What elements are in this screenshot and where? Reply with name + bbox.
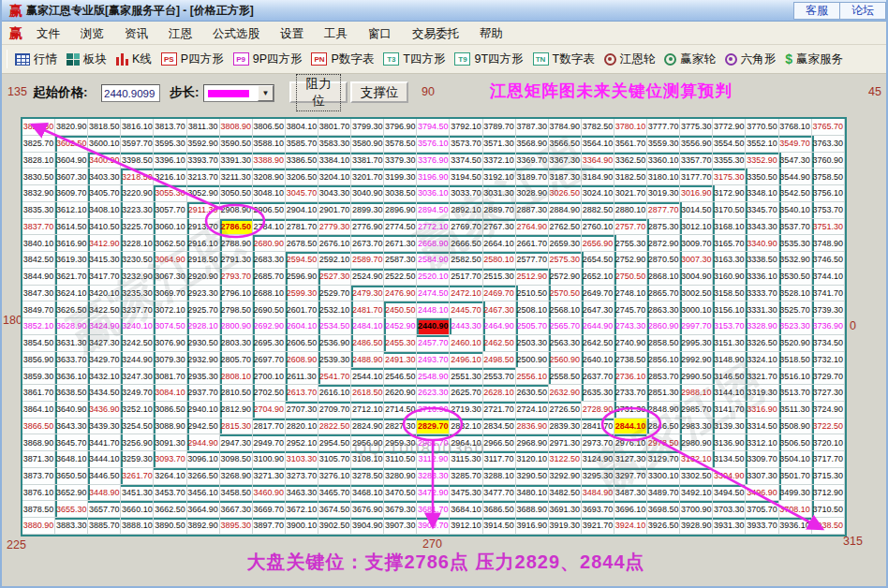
matrix-cell: 3235.30 [121,286,154,302]
menu-item-设置[interactable]: 设置 [270,24,314,43]
matrix-cell: 3444.10 [88,451,121,468]
matrix-cell: 3007.30 [680,252,713,269]
matrix-cell: 3504.10 [779,451,812,468]
step-style-dropdown[interactable]: ▼ [203,84,274,102]
start-price-input[interactable] [101,84,160,102]
matrix-cell: 2776.90 [351,219,384,236]
toolbar-item-板块[interactable]: 板块 [62,50,111,69]
matrix-cell: 3369.70 [516,153,549,169]
matrix-cell: 2796.10 [220,286,253,302]
matrix-cell: 3674.50 [318,501,351,518]
matrix-cell: 2584.90 [417,252,450,269]
matrix-cell: 3751.30 [812,219,845,236]
matrix-cell: 3261.70 [121,468,154,485]
badge-icon: PN [311,52,327,66]
matrix-cell: 3844.90 [22,269,55,286]
matrix-cell: 3057.70 [154,202,186,219]
dropdown-arrow-icon[interactable]: ▼ [258,85,274,101]
support-button[interactable]: 支撑位 [350,81,408,103]
menu-item-文件[interactable]: 文件 [26,24,70,43]
matrix-cell: 3520.90 [779,335,812,352]
badge-icon: PS [161,52,177,66]
matrix-cell: 2659.30 [549,235,582,252]
menu-item-资讯[interactable]: 资讯 [114,24,158,43]
matrix-cell: 2596.90 [286,269,318,286]
matrix-cell: 3624.10 [55,286,88,302]
toolbar-item-T四方形[interactable]: T3T四方形 [378,50,450,69]
matrix-cell: 3400.90 [88,153,121,169]
matrix-cell: 3252.10 [121,402,154,419]
matrix-cell: 3295.30 [582,468,614,485]
matrix-cell: 3026.50 [549,185,582,202]
resistance-button[interactable]: 阻力位 [289,81,348,103]
matrix-cell: 3626.50 [55,301,88,318]
matrix-cell: 2750.50 [614,269,647,286]
toolbar-item-K线[interactable]: K线 [111,50,156,69]
matrix-cell: 3148.90 [713,352,746,369]
matrix-cell: 3285.70 [450,468,482,485]
matrix-cell: 3182.50 [614,169,647,185]
matrix-cell: 2774.50 [384,219,417,236]
matrix-cell: 2620.90 [384,385,417,402]
matrix-cell: 2942.50 [187,419,220,435]
matrix-cell: 2551.30 [450,368,482,385]
matrix-cell: 3314.50 [746,419,778,435]
matrix-cell: 2560.90 [549,352,582,369]
matrix-cell: 3141.70 [713,402,746,419]
toolbar-item-行情[interactable]: 行情 [10,50,62,69]
menu-item-工具[interactable]: 工具 [314,24,358,43]
menu-item-窗口[interactable]: 窗口 [358,24,402,43]
matrix-cell: 3633.70 [55,352,88,369]
matrix-cell: 3427.30 [88,335,121,352]
matrix-cell-highlight-2844.10: 2844.10 [614,419,647,435]
matrix-cell: 3612.10 [55,202,88,219]
menu-item-浏览[interactable]: 浏览 [70,24,114,43]
toolbar-item-P数字表[interactable]: PNP数字表 [306,50,378,69]
matrix-cell: 3619.30 [55,252,88,269]
matrix-cell: 2906.50 [253,202,286,219]
matrix-cell: 2563.30 [549,335,582,352]
matrix-cell: 2625.70 [450,385,482,402]
matrix-cell: 3475.30 [450,485,482,502]
matrix-cell: 3765.70 [812,119,845,136]
matrix-cell: 3523.30 [779,318,812,335]
matrix-cell: 3667.30 [220,501,253,518]
customer-service-button[interactable]: 客服 [793,2,840,20]
matrix-cell: 3734.50 [812,335,845,352]
toolbar-item-赢家轮[interactable]: 赢家轮 [659,50,720,69]
toolbar-item-9P四方形[interactable]: P99P四方形 [229,50,307,69]
toolbar-item-P四方形[interactable]: PSP四方形 [156,50,229,69]
toolbar-item-六角形[interactable]: 六角形 [720,50,781,69]
matrix-cell: 3518.50 [779,352,812,369]
matrix-cell: 3837.70 [22,219,55,236]
matrix-cell: 3792.10 [450,119,482,136]
matrix-cell: 3914.50 [483,518,516,535]
menu-item-江恩[interactable]: 江恩 [158,24,202,43]
toolbar-item-赢家服务[interactable]: $赢家服务 [780,50,848,69]
matrix-cell: 2978.50 [647,434,680,451]
matrix-cell: 3753.70 [812,202,845,219]
matrix-cell: 2856.10 [647,352,680,369]
menu-item-交易委托[interactable]: 交易委托 [402,24,469,43]
matrix-cell: 3916.90 [516,518,549,535]
matrix-cell: 3417.70 [88,269,121,286]
matrix-cell: 3816.10 [121,119,154,136]
matrix-cell: 3547.30 [779,153,812,169]
matrix-cell: 3609.70 [55,185,88,202]
matrix-cell: 2992.90 [680,352,713,369]
menu-item-公式选股[interactable]: 公式选股 [202,24,270,43]
matrix-cell: 2949.70 [253,434,286,451]
matrix-cell: 2757.70 [614,219,647,236]
matrix-cell: 3907.30 [384,518,417,535]
menu-item-帮助[interactable]: 帮助 [469,24,513,43]
app-logo-icon: 赢 [9,4,22,17]
forum-button[interactable]: 论坛 [840,2,886,20]
toolbar-item-T数字表[interactable]: TNT数字表 [528,50,599,69]
matrix-cell: 2904.10 [286,202,318,219]
toolbar-item-9T四方形[interactable]: T99T四方形 [450,50,527,69]
toolbar: 行情板块K线PSP四方形P99P四方形PNP数字表T3T四方形T99T四方形TN… [2,45,888,74]
matrix-cell: 2985.70 [680,402,713,419]
toolbar-item-江恩轮[interactable]: 江恩轮 [599,50,660,69]
matrix-cell: 2503.30 [516,335,549,352]
matrix-cell: 2877.70 [647,202,680,219]
